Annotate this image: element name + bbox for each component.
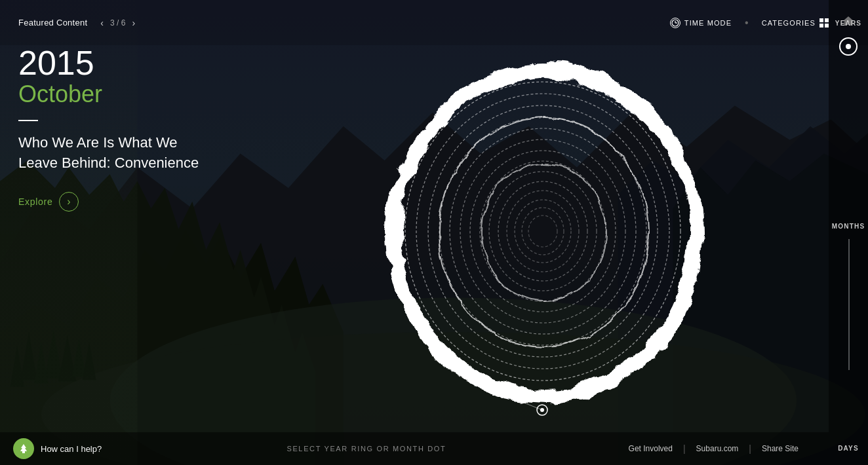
categories-label: CATEGORIES xyxy=(762,19,816,27)
months-line xyxy=(848,239,850,370)
help-text: How can I help? xyxy=(41,444,102,454)
article-title: Who We Are Is What We Leave Behind: Conv… xyxy=(18,133,215,174)
svg-point-18 xyxy=(498,181,587,281)
help-button[interactable]: How can I help? xyxy=(0,438,115,459)
time-mode-label: TIME MODE xyxy=(684,19,732,27)
days-label: DAYS xyxy=(838,445,859,452)
nav-counter: 3 / 6 xyxy=(110,18,125,28)
svg-point-20 xyxy=(515,200,571,263)
svg-point-14 xyxy=(460,140,625,323)
svg-point-17 xyxy=(489,172,597,291)
years-indicator[interactable] xyxy=(839,37,858,56)
svg-point-25 xyxy=(481,162,605,300)
explore-button[interactable]: Explore › xyxy=(18,192,79,212)
help-tree-icon xyxy=(13,438,34,459)
bottom-bar: How can I help? SELECT YEAR RING OR MONT… xyxy=(0,432,829,465)
nav-next-button[interactable]: › xyxy=(129,16,138,29)
nav-arrows: ‹ 3 / 6 › xyxy=(98,16,138,29)
month-display: October xyxy=(18,80,215,108)
explore-arrow-icon: › xyxy=(59,192,79,212)
categories-button[interactable]: CATEGORIES xyxy=(762,18,829,28)
header-right: TIME MODE • CATEGORIES xyxy=(670,14,855,31)
header: Featured Content ‹ 3 / 6 › TIME MODE xyxy=(0,0,868,45)
featured-content-label: Featured Content xyxy=(18,18,87,28)
svg-point-9 xyxy=(405,82,681,381)
right-sidebar: YEARS MONTHS DAYS xyxy=(829,0,868,465)
svg-point-28 xyxy=(540,408,544,412)
year-display: 2015 xyxy=(18,46,215,80)
grid-icon xyxy=(819,18,829,28)
tree-ring-visualization[interactable] xyxy=(361,43,728,422)
bottom-links: Get Involved | Subaru.com | Share Site xyxy=(618,443,829,454)
svg-point-22 xyxy=(528,215,557,247)
get-involved-link[interactable]: Get Involved xyxy=(618,444,683,453)
header-left: Featured Content ‹ 3 / 6 › xyxy=(18,16,138,29)
bottom-select-label: SELECT YEAR RING OR MONTH DOT xyxy=(115,445,618,453)
svg-point-15 xyxy=(470,151,616,312)
years-label: YEARS xyxy=(835,20,861,27)
nav-prev-button[interactable]: ‹ xyxy=(98,16,106,29)
content-divider xyxy=(18,120,38,121)
years-dot xyxy=(846,44,851,49)
tree-ring-svg xyxy=(361,43,728,422)
svg-point-11 xyxy=(428,105,658,357)
time-mode-button[interactable]: TIME MODE xyxy=(670,18,732,28)
explore-label: Explore xyxy=(18,196,52,207)
svg-point-13 xyxy=(450,128,636,334)
clock-icon xyxy=(670,18,681,28)
svg-point-10 xyxy=(416,94,669,369)
months-label: MONTHS xyxy=(832,223,865,230)
share-site-link[interactable]: Share Site xyxy=(751,444,809,453)
left-content: 2015 October Who We Are Is What We Leave… xyxy=(18,46,215,212)
svg-point-19 xyxy=(507,191,579,272)
dot-separator: • xyxy=(745,17,749,29)
subaru-link[interactable]: Subaru.com xyxy=(686,444,749,453)
